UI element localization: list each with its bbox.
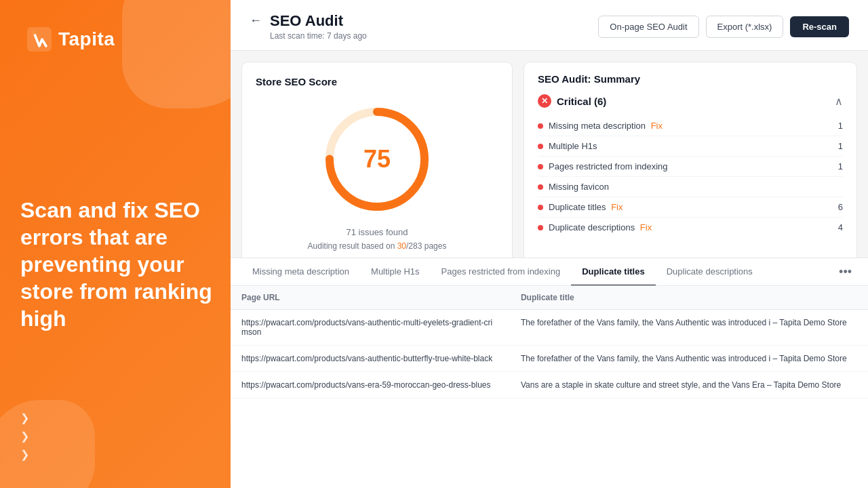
tapita-logo-icon xyxy=(27,27,52,52)
issues-found-label: 71 issues found xyxy=(346,227,408,237)
brand-name: Tapita xyxy=(58,28,115,50)
issue-count-0: 1 xyxy=(838,121,843,131)
issue-count-2: 1 xyxy=(838,161,843,171)
audit-basis: Auditing result based on 30/283 pages xyxy=(308,241,447,251)
issue-row-1: Multiple H1s 1 xyxy=(538,136,843,157)
header-left: ← SEO Audit Last scan time: 7 days ago xyxy=(250,12,367,41)
critical-left: ✕ Critical (6) xyxy=(538,94,606,108)
chevron-bullet-1: ❯ xyxy=(20,411,29,424)
title-cell-0: The forefather of the Vans family, the V… xyxy=(510,310,868,346)
audit-basis-prefix: Auditing result based on xyxy=(308,241,397,251)
rescan-button[interactable]: Re-scan xyxy=(790,16,849,37)
chevron-bullet-2: ❯ xyxy=(20,430,29,443)
title-cell-2: Vans are a staple in skate culture and s… xyxy=(510,372,868,399)
issue-row-0: Missing meta description Fix 1 xyxy=(538,116,843,136)
summary-title: SEO Audit: Summary xyxy=(538,73,843,85)
score-number: 75 xyxy=(363,145,391,174)
back-button[interactable]: ← xyxy=(250,14,262,28)
issue-dot-3 xyxy=(538,184,543,190)
tab-duplicate-titles[interactable]: Duplicate titles xyxy=(571,258,655,286)
issue-text-4: Duplicate titles Fix xyxy=(549,202,623,212)
results-table: Page URL Duplicate title https://pwacart… xyxy=(231,286,868,399)
audit-suffix: /283 pages xyxy=(406,241,446,251)
tab-pages-restricted[interactable]: Pages restricted from indexing xyxy=(431,258,572,286)
issue-text-2: Pages restricted from indexing xyxy=(549,161,668,171)
issue-dot-1 xyxy=(538,144,543,149)
fix-link-0[interactable]: Fix xyxy=(651,121,663,131)
issue-row-5: Duplicate descriptions Fix 4 xyxy=(538,218,843,237)
chevron-up-icon[interactable]: ∧ xyxy=(835,95,843,108)
last-scan-subtitle: Last scan time: 7 days ago xyxy=(270,31,367,41)
issue-count-5: 4 xyxy=(838,222,843,232)
table-row: https://pwacart.com/products/vans-era-59… xyxy=(231,372,868,399)
tab-missing-meta[interactable]: Missing meta description xyxy=(241,258,360,286)
issue-count-4: 6 xyxy=(838,202,843,212)
issue-text-0: Missing meta description Fix xyxy=(549,121,663,131)
table-row: https://pwacart.com/products/vans-authen… xyxy=(231,310,868,346)
table-container: Page URL Duplicate title https://pwacart… xyxy=(231,286,868,488)
url-cell-0: https://pwacart.com/products/vans-authen… xyxy=(231,310,510,346)
issue-dot-5 xyxy=(538,225,543,230)
issue-left-1: Multiple H1s xyxy=(538,141,597,151)
logo-area: Tapita xyxy=(27,27,115,52)
issue-left-4: Duplicate titles Fix xyxy=(538,202,623,212)
table-header-row: Page URL Duplicate title xyxy=(231,286,868,310)
issue-row-2: Pages restricted from indexing 1 xyxy=(538,157,843,177)
main-panel: ← SEO Audit Last scan time: 7 days ago O… xyxy=(231,0,868,488)
chevron-bullet-3: ❯ xyxy=(20,448,29,461)
issue-count-1: 1 xyxy=(838,141,843,151)
issue-text-1: Multiple H1s xyxy=(549,141,597,151)
col-page-url: Page URL xyxy=(231,286,510,310)
col-duplicate-title: Duplicate title xyxy=(510,286,868,310)
issue-text-5: Duplicate descriptions Fix xyxy=(549,222,652,232)
critical-icon: ✕ xyxy=(538,94,551,108)
issue-left-3: Missing favicon xyxy=(538,182,609,192)
score-card-title: Store SEO Score xyxy=(256,76,337,87)
issue-dot-0 xyxy=(538,123,543,129)
export-button[interactable]: Export (*.xlsx) xyxy=(706,16,784,38)
issue-dot-2 xyxy=(538,164,543,169)
bottom-panel: Missing meta description Multiple H1s Pa… xyxy=(231,258,868,488)
panel-header: ← SEO Audit Last scan time: 7 days ago O… xyxy=(231,0,868,51)
table-row: https://pwacart.com/products/vans-authen… xyxy=(231,346,868,372)
gauge-chart: 75 xyxy=(316,98,438,220)
critical-header: ✕ Critical (6) ∧ xyxy=(538,94,843,108)
issue-text-3: Missing favicon xyxy=(549,182,609,192)
critical-label: Critical (6) xyxy=(557,96,606,107)
issue-left-0: Missing meta description Fix xyxy=(538,121,663,131)
svg-rect-0 xyxy=(27,27,52,52)
tab-duplicate-descriptions[interactable]: Duplicate descriptions xyxy=(656,258,764,286)
audit-link[interactable]: 30 xyxy=(397,241,406,251)
fix-link-5[interactable]: Fix xyxy=(640,222,652,232)
url-cell-1: https://pwacart.com/products/vans-authen… xyxy=(231,346,510,372)
page-title: SEO Audit xyxy=(270,12,367,30)
issue-dot-4 xyxy=(538,205,543,210)
hero-text: Scan and fix SEO errors that are prevent… xyxy=(20,197,231,332)
header-actions: On-page SEO Audit Export (*.xlsx) Re-sca… xyxy=(598,16,849,38)
decorative-blob-bottom xyxy=(0,400,95,488)
tabs-row: Missing meta description Multiple H1s Pa… xyxy=(231,258,868,286)
tab-multiple-h1s[interactable]: Multiple H1s xyxy=(360,258,431,286)
tab-more-button[interactable]: ••• xyxy=(833,260,857,285)
issue-row-4: Duplicate titles Fix 6 xyxy=(538,197,843,218)
svg-point-1 xyxy=(32,30,36,35)
issue-left-5: Duplicate descriptions Fix xyxy=(538,222,652,232)
on-page-seo-audit-button[interactable]: On-page SEO Audit xyxy=(598,16,698,38)
chevron-bullets: ❯ ❯ ❯ xyxy=(20,411,29,461)
issue-row-3: Missing favicon xyxy=(538,177,843,197)
issue-left-2: Pages restricted from indexing xyxy=(538,161,668,171)
issues-list: Missing meta description Fix 1 Multiple … xyxy=(538,116,843,237)
url-cell-2: https://pwacart.com/products/vans-era-59… xyxy=(231,372,510,399)
title-cell-1: The forefather of the Vans family, the V… xyxy=(510,346,868,372)
header-title-group: SEO Audit Last scan time: 7 days ago xyxy=(270,12,367,41)
fix-link-4[interactable]: Fix xyxy=(611,202,623,212)
